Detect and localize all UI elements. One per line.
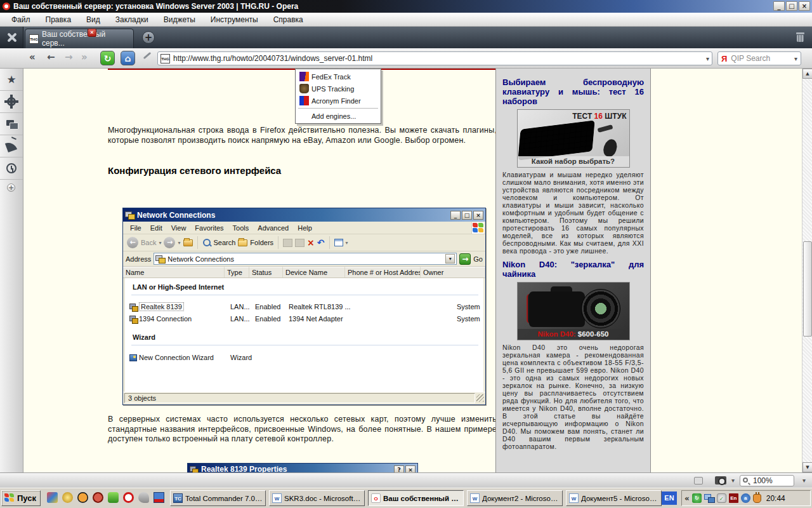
menu-item-fedex: FedEx Track [296,70,381,83]
task-label: SKR3.doc - Microsoft Word [284,495,362,502]
closed-tabs-trash-icon[interactable] [796,32,804,42]
menu-bookmarks[interactable]: Закладки [108,14,156,25]
tray-collapse-icon[interactable]: « [684,494,690,503]
tray-clock[interactable]: 20:44 [766,494,785,503]
edit-icon[interactable] [143,52,152,59]
rewind-button[interactable]: « [29,51,36,63]
search-dropdown-icon[interactable]: ▾ [794,55,797,62]
bookmarks-panel-button[interactable]: ★ [0,69,23,91]
lan-connection-icon [129,304,138,311]
camera-dropdown-icon[interactable]: ▾ [731,477,735,484]
new-tab-button[interactable]: + [142,31,155,44]
home-button[interactable]: ⌂ [121,51,135,65]
cell-owner: System [457,303,480,311]
camera-icon[interactable] [715,476,726,485]
cell-status: Enabled [255,315,280,323]
address-field[interactable]: THG http://www.thg.ru/howto/20040731/win… [157,51,712,65]
tab-close-icon[interactable]: × [88,29,96,37]
zoom-control[interactable]: 100% [740,475,794,486]
tray-punto-icon[interactable]: En [729,493,738,503]
quicklaunch-opera-icon[interactable] [123,492,134,503]
xp-window-title: Network Connections [137,211,215,220]
xp-statusbar: 3 objects [123,392,485,404]
menu-item-label: UPS Tracking [311,85,354,93]
scroll-up-icon[interactable]: ▲ [802,69,812,79]
add-panel-button[interactable]: + [0,180,23,202]
row-realtek: Realtek 8139 LAN... Enabled Realtek RTL8… [125,302,483,313]
tray-antivirus-icon[interactable]: ✓ [717,493,726,503]
taskbar-task-opera-active[interactable]: O Ваш собственный се... [368,490,464,506]
menu-widgets[interactable]: Виджеты [156,14,203,25]
menu-help[interactable]: Справка [266,14,311,25]
address-dropdown-icon[interactable]: ▾ [706,55,709,62]
menu-item-label: FedEx Track [311,73,351,81]
menu-view[interactable]: Вид [79,14,108,25]
opera-panel-strip: ★ + [0,69,23,472]
zoom-dropdown-icon[interactable]: ▾ [802,477,806,484]
quicklaunch-mozilla-icon[interactable] [93,492,103,503]
xp-titlebar: Network Connections _ □ × [123,208,485,222]
search-placeholder: QIP Search [731,54,770,63]
tray-power-icon[interactable] [753,494,761,503]
xp-close-icon: × [473,211,483,220]
quicklaunch-floppy-icon[interactable] [154,492,164,503]
xp-address-row: Address Network Connections ▾ → Go [123,251,485,267]
notes-panel-button[interactable] [0,113,23,135]
taskbar-task-total-commander[interactable]: TC Total Commander 7.04a ... [170,490,266,506]
tray-network-icon[interactable] [704,493,714,503]
history-panel-button[interactable] [0,157,23,180]
quicklaunch-daemon-tools-icon[interactable] [77,492,88,503]
cell-name: 1394 Connection [139,315,192,323]
keyboard-article-image[interactable]: ТЕСТ 16 ШТУК Какой набор выбрать? [517,109,630,168]
start-label: Пуск [17,493,36,503]
mouse-picture [601,138,619,159]
fit-to-width-icon[interactable] [694,477,703,485]
close-button[interactable]: × [799,1,810,11]
url-text: http://www.thg.ru/howto/20040731/windows… [173,54,372,63]
quicklaunch-disc-icon[interactable] [62,492,73,503]
language-indicator[interactable]: EN [662,491,677,505]
tab-active[interactable]: THG Ваш собственный серв... × [25,29,134,48]
article-image-network-connections: Network Connections _ □ × File Edit View… [122,208,486,405]
network-connections-icon [125,211,134,219]
scrollbar-thumb[interactable] [803,241,812,337]
transfers-panel-button[interactable] [0,135,23,157]
menu-tools[interactable]: Инструменты [203,14,266,25]
wrench-icon [6,32,17,43]
cell-type: LAN... [230,303,250,311]
start-button[interactable]: Пуск [1,490,41,506]
quicklaunch-paint-icon[interactable] [47,492,58,503]
widgets-panel-button[interactable] [0,91,23,113]
menu-edit[interactable]: Правка [38,14,79,25]
quicklaunch-qip-icon[interactable] [138,492,149,503]
fast-forward-button[interactable]: » [81,51,88,63]
minimize-button[interactable]: _ [773,1,785,11]
sidebar-article-title[interactable]: Выбираем беспроводную клавиатуру и мышь:… [502,77,644,106]
wizard-icon [129,354,137,361]
restore-button[interactable]: □ [786,1,797,11]
xp-back-icon: ← [127,237,138,248]
delete-icon: × [307,237,315,248]
search-field[interactable]: Я QIP Search ▾ [717,51,801,65]
tray-update-icon[interactable]: ↻ [692,493,702,503]
taskbar-task-word-doc5[interactable]: W Документ5 - Microsoft ... [566,490,662,506]
taskbar-task-word-doc2[interactable]: W Документ2 - Microsoft ... [467,490,563,506]
panels-toggle-button[interactable] [0,27,23,48]
up-folder-icon [183,239,193,246]
tray-avast-icon[interactable]: a [741,493,750,503]
sidebar-article-title[interactable]: Nikon D40: "зеркалка" для чайника [502,260,644,279]
xp-menu-edit: Edit [146,223,167,233]
reload-button[interactable]: ↻ [100,51,115,65]
taskbar-task-word-skr3[interactable]: W SKR3.doc - Microsoft Word [269,490,365,506]
forward-button[interactable]: → [65,51,73,63]
back-button[interactable]: ← [47,51,55,63]
camera-article-image[interactable]: Nikon D40: $600-650 [517,282,630,340]
page-scrollbar[interactable]: ▲ ▼ [802,69,812,472]
sidebar: Выбираем беспроводную клавиатуру и мышь:… [495,69,651,472]
scroll-down-icon[interactable]: ▼ [802,462,812,472]
task-label: Total Commander 7.04a ... [185,495,263,502]
group-underline [131,345,478,345]
menu-file[interactable]: Файл [4,14,38,25]
cell-status: Enabled [255,303,280,311]
quicklaunch-icq-icon[interactable] [108,492,119,503]
